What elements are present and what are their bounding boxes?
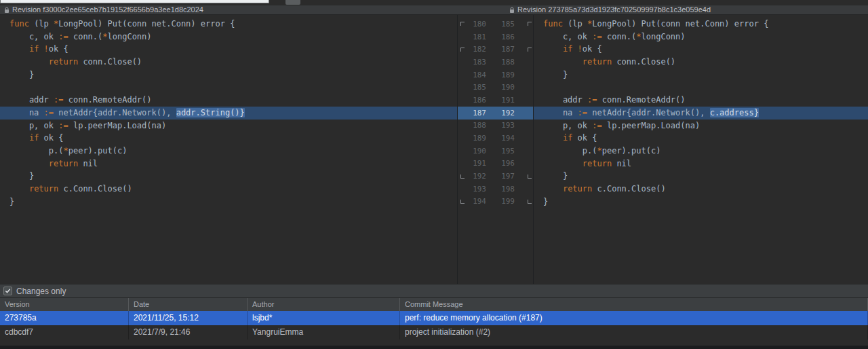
code-token: lp.peerMap.Load(na) — [602, 121, 701, 130]
code-token — [543, 57, 583, 67]
code-token: p.( — [543, 146, 597, 155]
right-line-number: 191 — [486, 96, 515, 105]
code-token: c, ok — [543, 32, 592, 41]
fold-marker-icon[interactable] — [526, 198, 533, 205]
code-token: return — [29, 184, 58, 194]
code-token: return — [49, 159, 78, 168]
fold-marker-icon — [526, 33, 533, 40]
code-token: peer).put(c) — [602, 146, 661, 155]
code-token: } — [9, 197, 14, 206]
code-line: } — [534, 69, 868, 81]
code-token: ! — [578, 44, 583, 54]
fold-marker-icon[interactable] — [459, 20, 466, 27]
code-token: ok { — [572, 133, 597, 143]
left-code-pane[interactable]: func (lp *LongPool) Put(conn net.Conn) e… — [0, 15, 458, 284]
history-row[interactable]: cdbcdf72021/7/9, 21:46YangruiEmmaproject… — [0, 325, 868, 339]
code-token: } — [9, 70, 34, 79]
left-revision-header: Revision f3000c2ee65ceb7b19152f6656b9a3e… — [0, 5, 505, 14]
code-token: } — [543, 197, 548, 206]
code-token: } — [9, 171, 34, 181]
code-token: := — [58, 32, 68, 41]
fold-marker-icon — [526, 135, 533, 142]
right-line-number: 187 — [486, 45, 515, 54]
code-token: ok { — [39, 133, 63, 143]
code-token — [543, 44, 563, 54]
fold-marker-icon — [459, 71, 466, 78]
left-line-number: 185 — [466, 83, 486, 92]
gutter-row: 194199 — [458, 196, 533, 208]
changes-only-checkbox[interactable] — [3, 287, 12, 295]
code-line: } — [0, 196, 457, 208]
fold-marker-icon[interactable] — [526, 46, 533, 53]
code-token — [9, 184, 29, 194]
left-line-number: 189 — [466, 134, 486, 143]
gutter-row: 185190 — [458, 81, 533, 94]
fold-marker-icon[interactable] — [526, 173, 533, 180]
gutter-row: 189194 — [458, 132, 533, 145]
fold-marker-icon[interactable] — [459, 46, 466, 53]
code-token — [543, 184, 563, 194]
history-row[interactable]: 273785a2021/11/25, 15:12lsjbd*perf: redu… — [0, 311, 868, 325]
history-table-header: VersionDateAuthorCommit Message — [0, 297, 868, 311]
code-line: if !ok { — [534, 43, 868, 56]
changed-token: c.address} — [710, 108, 759, 117]
code-token: peer).put(c) — [68, 146, 127, 155]
right-line-number: 194 — [486, 134, 515, 143]
code-token: := — [578, 108, 587, 117]
fold-marker-icon — [459, 96, 466, 103]
clipped-search-input[interactable] — [0, 0, 269, 3]
code-token: addr — [9, 95, 54, 105]
code-token: c.Conn.Close() — [592, 184, 665, 194]
right-line-number: 198 — [486, 185, 515, 194]
fold-marker-icon — [459, 147, 466, 154]
gutter-row: 191196 — [458, 158, 533, 170]
code-line: return c.Conn.Close() — [534, 183, 868, 196]
code-token: return — [563, 184, 592, 194]
left-line-number: 180 — [466, 20, 486, 29]
code-token: if — [563, 133, 572, 143]
left-line-number: 182 — [466, 45, 486, 54]
code-token: conn.RemoteAddr() — [63, 95, 151, 105]
right-revision-label: Revision 273785a73d3d1923fc702509997b8c1… — [517, 5, 711, 14]
right-line-number: 190 — [486, 83, 515, 92]
right-line-number: 195 — [486, 147, 515, 155]
code-token: c.Conn.Close() — [58, 184, 132, 194]
fold-marker-icon[interactable] — [526, 20, 533, 27]
gutter-row: 192197 — [458, 170, 533, 183]
code-line: return nil — [534, 158, 868, 170]
status-bar — [0, 339, 868, 349]
gutter-row: 187192 — [458, 107, 533, 120]
fold-marker-icon — [459, 160, 466, 167]
gutter-row: 183188 — [458, 56, 533, 69]
fold-marker-icon[interactable] — [459, 198, 466, 205]
left-line-number: 194 — [466, 197, 486, 206]
clipped-toolbar-button[interactable] — [285, 0, 300, 5]
cell-date: 2021/11/25, 15:12 — [129, 311, 248, 325]
lock-icon — [509, 7, 515, 14]
column-header-commit-message[interactable]: Commit Message — [400, 298, 868, 311]
left-line-number: 188 — [466, 121, 486, 130]
left-line-number: 183 — [466, 58, 486, 67]
code-line: p, ok := lp.peerMap.Load(na) — [534, 120, 868, 132]
code-token: lp.peerMap.Load(na) — [68, 121, 167, 130]
fold-marker-icon — [459, 33, 466, 40]
cell-version: 273785a — [0, 311, 129, 325]
column-header-author[interactable]: Author — [248, 298, 400, 311]
right-code-pane[interactable]: func (lp *LongPool) Put(conn net.Conn) e… — [534, 15, 868, 284]
column-header-date[interactable]: Date — [129, 298, 248, 311]
right-line-number: 193 — [486, 121, 515, 130]
column-header-version[interactable]: Version — [0, 298, 129, 311]
fold-marker-icon — [526, 147, 533, 154]
fold-marker-icon — [526, 160, 533, 167]
code-line: p, ok := lp.peerMap.Load(na) — [0, 120, 457, 132]
fold-marker-icon — [459, 58, 466, 65]
code-token: if — [29, 133, 39, 143]
gutter-row: 188193 — [458, 120, 533, 132]
code-token: (lp — [563, 19, 587, 29]
fold-marker-icon[interactable] — [459, 173, 466, 180]
code-token: if — [29, 44, 39, 54]
code-token: na — [543, 108, 578, 117]
right-line-number: 192 — [486, 109, 515, 117]
gutter-row: 184189 — [458, 69, 533, 81]
code-line: func (lp *LongPool) Put(conn net.Conn) e… — [0, 18, 457, 31]
